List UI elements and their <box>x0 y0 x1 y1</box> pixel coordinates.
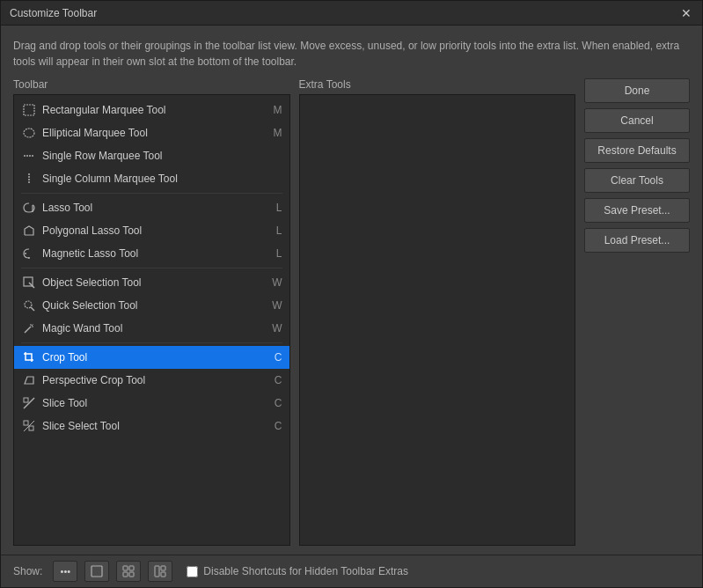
magic-wand-icon <box>21 320 37 336</box>
extra-tools-label: Extra Tools <box>299 78 576 91</box>
svg-rect-20 <box>123 566 128 570</box>
customize-toolbar-dialog: Customize Toolbar ✕ Drag and drop tools … <box>0 0 703 588</box>
tool-item-lasso[interactable]: Lasso Tool L <box>14 196 289 219</box>
tool-item-rect-marquee[interactable]: Rectangular Marquee Tool M <box>14 99 289 121</box>
load-preset-button[interactable]: Load Preset... <box>584 228 690 253</box>
tool-item-poly-lasso[interactable]: Polygonal Lasso Tool L <box>14 219 289 242</box>
extra-tools-panel: Extra Tools <box>299 78 576 546</box>
slice-name: Slice Tool <box>42 397 271 409</box>
poly-lasso-icon <box>21 223 37 239</box>
svg-rect-21 <box>129 566 134 570</box>
show-large-button[interactable] <box>148 561 172 582</box>
bottom-bar: Show: ••• Disable Shortcuts for Hidden T… <box>1 555 702 587</box>
toolbar-panel: Toolbar Rectangular Marquee Tool M <box>13 78 290 546</box>
rect-marquee-name: Rectangular Marquee Tool <box>42 104 270 116</box>
show-label: Show: <box>13 565 42 577</box>
mag-lasso-shortcut: L <box>276 247 282 260</box>
quick-sel-icon <box>21 298 37 313</box>
magic-wand-shortcut: W <box>272 322 282 334</box>
group-divider-1 <box>21 193 282 194</box>
svg-rect-26 <box>161 572 165 577</box>
crop-icon <box>21 349 37 365</box>
svg-rect-16 <box>24 398 28 402</box>
slice-sel-name: Slice Select Tool <box>42 420 271 432</box>
tool-item-mag-lasso[interactable]: Magnetic Lasso Tool L <box>14 242 289 265</box>
extra-tools-container[interactable] <box>299 94 576 546</box>
tool-item-slice[interactable]: Slice Tool C <box>14 392 289 415</box>
tool-item-row-marquee[interactable]: Single Row Marquee Tool <box>14 144 289 167</box>
tool-item-obj-sel[interactable]: Object Selection Tool W <box>14 271 289 294</box>
dialog-title: Customize Toolbar <box>10 7 97 19</box>
save-preset-button[interactable]: Save Preset... <box>584 198 690 223</box>
slice-sel-shortcut: C <box>275 420 282 432</box>
close-button[interactable]: ✕ <box>679 6 693 20</box>
dialog-body: Drag and drop tools or their groupings i… <box>1 26 702 555</box>
ellipse-marquee-icon <box>21 125 37 141</box>
disable-shortcuts-checkbox[interactable] <box>187 566 198 577</box>
cancel-button[interactable]: Cancel <box>584 108 690 133</box>
restore-defaults-button[interactable]: Restore Defaults <box>584 138 690 163</box>
svg-rect-17 <box>24 421 28 425</box>
lasso-name: Lasso Tool <box>42 202 273 214</box>
svg-line-9 <box>31 307 34 311</box>
tool-group-crop: Crop Tool C Perspective Crop Tool C <box>14 346 289 437</box>
tool-item-ellipse-marquee[interactable]: Elliptical Marquee Tool M <box>14 121 289 144</box>
lasso-shortcut: L <box>276 202 282 214</box>
row-marquee-name: Single Row Marquee Tool <box>42 150 279 162</box>
show-dots-button[interactable]: ••• <box>53 561 77 582</box>
poly-lasso-shortcut: L <box>276 224 282 237</box>
svg-line-13 <box>32 325 33 327</box>
magic-wand-name: Magic Wand Tool <box>42 322 268 334</box>
persp-crop-shortcut: C <box>275 374 282 386</box>
rect-marquee-shortcut: M <box>274 104 282 116</box>
slice-shortcut: C <box>275 397 282 409</box>
group-divider-3 <box>21 342 282 343</box>
title-bar: Customize Toolbar ✕ <box>1 1 702 26</box>
show-grid-button[interactable] <box>116 561 141 582</box>
persp-crop-icon <box>21 372 37 388</box>
tool-group-marquee: Rectangular Marquee Tool M Elliptical Ma… <box>14 99 289 190</box>
mag-lasso-icon <box>21 246 37 261</box>
svg-rect-25 <box>161 566 165 570</box>
done-button[interactable]: Done <box>584 78 690 103</box>
obj-sel-shortcut: W <box>272 276 282 289</box>
tool-item-slice-sel[interactable]: Slice Select Tool C <box>14 415 289 437</box>
col-marquee-name: Single Column Marquee Tool <box>42 173 279 185</box>
tool-item-persp-crop[interactable]: Perspective Crop Tool C <box>14 369 289 392</box>
quick-sel-name: Quick Selection Tool <box>42 299 268 312</box>
rect-marquee-icon <box>21 102 37 118</box>
tool-item-col-marquee[interactable]: Single Column Marquee Tool <box>14 167 289 190</box>
svg-rect-24 <box>155 566 159 577</box>
row-marquee-icon <box>21 148 37 164</box>
persp-crop-name: Perspective Crop Tool <box>42 374 271 386</box>
clear-tools-button[interactable]: Clear Tools <box>584 168 690 193</box>
right-button-panel: Done Cancel Restore Defaults Clear Tools… <box>584 78 690 546</box>
svg-marker-14 <box>25 377 33 384</box>
mag-lasso-name: Magnetic Lasso Tool <box>42 247 273 260</box>
show-single-button[interactable] <box>84 561 109 582</box>
svg-point-1 <box>24 129 34 137</box>
quick-sel-shortcut: W <box>272 299 282 312</box>
tool-group-lasso: Lasso Tool L Polygonal Lasso Tool L <box>14 196 289 265</box>
ellipse-marquee-shortcut: M <box>274 127 282 139</box>
svg-rect-23 <box>129 572 134 577</box>
lasso-icon <box>21 200 37 216</box>
svg-rect-19 <box>92 566 102 577</box>
crop-shortcut: C <box>275 351 282 364</box>
svg-point-6 <box>28 257 30 259</box>
svg-rect-18 <box>29 426 33 430</box>
ellipse-marquee-name: Elliptical Marquee Tool <box>42 127 270 139</box>
tool-item-crop[interactable]: Crop Tool C <box>14 346 289 369</box>
svg-line-10 <box>25 327 31 333</box>
obj-sel-name: Object Selection Tool <box>42 276 268 289</box>
tool-group-selection: Object Selection Tool W Quick Selection … <box>14 271 289 340</box>
col-marquee-icon <box>21 171 37 187</box>
toolbar-list[interactable]: Rectangular Marquee Tool M Elliptical Ma… <box>14 95 289 545</box>
tool-item-quick-sel[interactable]: Quick Selection Tool W <box>14 294 289 317</box>
disable-shortcuts-label[interactable]: Disable Shortcuts for Hidden Toolbar Ext… <box>203 565 408 577</box>
tool-item-magic-wand[interactable]: Magic Wand Tool W <box>14 317 289 340</box>
description-text: Drag and drop tools or their groupings i… <box>13 38 690 70</box>
svg-point-8 <box>25 301 32 308</box>
toolbar-label: Toolbar <box>13 78 290 91</box>
group-divider-2 <box>21 268 282 268</box>
